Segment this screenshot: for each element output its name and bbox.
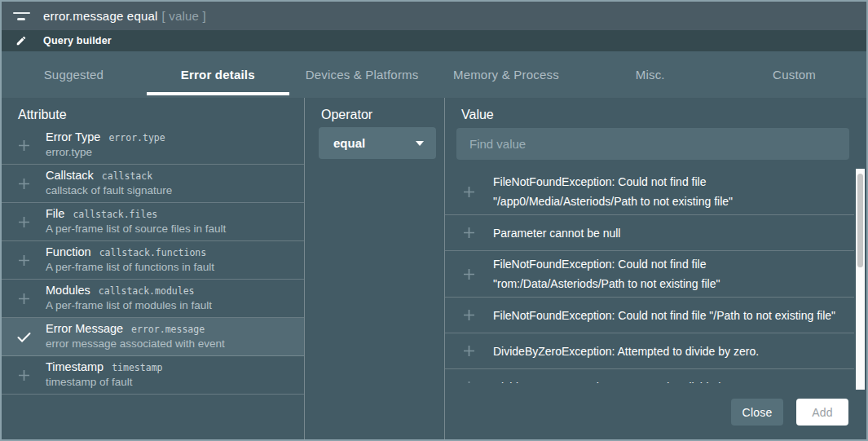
attribute-row-body: Callstackcallstackcallstack of fault sig… [46,165,172,202]
attribute-code: callstack.files [73,209,157,220]
value-line: FileNotFoundException: Could not find fi… [493,306,835,325]
tab-label: Devices & Platforms [306,68,419,82]
tab-label: Memory & Process [453,68,559,82]
tab-label: Error details [181,68,255,82]
value-panel: Value FileNotFoundException: Could not f… [445,98,866,439]
value-text: FileNotFoundException: Could not find fi… [493,251,733,297]
value-text: FileNotFoundException: Could not find fi… [493,302,848,329]
attribute-row-body: Modulescallstack.modulesA per-frame list… [46,280,212,317]
operator-panel-header: Operator [305,98,444,126]
plus-icon [2,241,46,279]
attribute-description: error.type [46,146,165,158]
attribute-row[interactable]: Timestamptimestamptimestamp of fault [2,356,304,395]
attribute-description: A per-frame list of functions in fault [46,261,214,273]
value-line: FileNotFoundException: Could not find fi… [493,172,733,192]
attribute-row-body: Error Typeerror.typeerror.type [46,126,165,164]
value-panel-header: Value [445,98,866,126]
check-icon [2,318,46,355]
attribute-description: error message associated with event [46,337,225,350]
attribute-title: File [46,207,64,220]
value-line: "/app0/Media/Asteriods/Path to not exist… [493,192,733,211]
attribute-row-line1: Functioncallstack.functions [46,245,214,258]
attribute-code: callstack [102,170,152,182]
attribute-row-line1: Filecallstack.files [46,207,226,220]
value-row[interactable]: FileNotFoundException: Could not find fi… [445,169,854,215]
attribute-code: timestamp [112,362,162,373]
attribute-description: callstack of fault signature [46,184,172,196]
active-tab-underline [147,92,289,95]
query-builder-dialog: error.message equal[ value ] Query build… [0,0,868,441]
attribute-row[interactable]: Modulescallstack.modulesA per-frame list… [2,280,304,318]
tab-memory-process[interactable]: Memory & Process [434,51,578,98]
filter-summary-bar: error.message equal[ value ] [2,2,866,30]
plus-icon [445,379,493,383]
value-line: DivideByZeroException: Attempted to divi… [493,377,756,384]
attribute-row[interactable]: Filecallstack.filesA per-frame list of s… [2,203,304,241]
attribute-row-line1: Timestamptimestamp [46,360,162,373]
value-row[interactable]: DivideByZeroException: Attempted to divi… [445,369,854,383]
filter-value-token: [ value ] [162,9,206,23]
value-row[interactable]: FileNotFoundException: Could not find fi… [445,251,854,298]
attribute-row[interactable]: Functioncallstack.functionsA per-frame l… [2,241,304,280]
attribute-row-body: Functioncallstack.functionsA per-frame l… [46,241,214,279]
dialog-content: Attribute Error Typeerror.typeerror.type… [2,98,866,439]
attribute-row[interactable]: Error Typeerror.typeerror.type [2,126,304,165]
plus-icon [2,356,46,394]
close-button[interactable]: Close [731,399,783,426]
attribute-panel: Attribute Error Typeerror.typeerror.type… [2,98,305,439]
plus-icon [2,280,46,317]
filter-query-text: error.message equal [43,9,158,23]
attribute-row-line1: Error Messageerror.message [46,322,225,335]
find-value-input[interactable] [456,128,849,160]
plus-icon [445,267,493,282]
value-row[interactable]: Parameter cannot be null [445,215,854,251]
filter-icon [11,12,31,20]
add-button[interactable]: Add [796,399,848,426]
value-line: DivideByZeroException: Attempted to divi… [493,342,759,361]
tab-devices-platforms[interactable]: Devices & Platforms [290,51,434,98]
attribute-description: A per-frame list of modules in fault [46,299,212,311]
value-row[interactable]: FileNotFoundException: Could not find fi… [445,298,854,333]
filter-summary-text: error.message equal[ value ] [43,9,206,23]
tab-misc[interactable]: Misc. [578,51,722,98]
value-line: Parameter cannot be null [493,223,620,243]
attribute-title: Modules [46,284,90,297]
value-text: FileNotFoundException: Could not find fi… [493,169,746,214]
tab-suggested[interactable]: Suggested [2,51,146,98]
edit-pencil-icon [11,35,31,46]
attribute-title: Callstack [46,169,94,182]
value-text: Parameter cannot be null [493,220,633,246]
attribute-code: callstack.modules [99,285,195,297]
plus-icon [2,165,46,202]
tab-bar: SuggestedError detailsDevices & Platform… [2,51,866,98]
attribute-title: Error Message [46,322,123,335]
query-builder-header: Query builder [2,30,866,51]
value-row[interactable]: DivideByZeroException: Attempted to divi… [445,333,854,369]
plus-icon [2,203,46,240]
operator-dropdown[interactable]: equal [319,127,436,159]
attribute-code: callstack.functions [99,247,207,258]
attribute-title: Timestamp [46,360,104,373]
attribute-row-body: Error Messageerror.messageerror message … [46,318,225,355]
plus-icon [2,126,46,164]
attribute-title: Error Type [46,130,100,143]
tab-label: Misc. [636,68,665,82]
value-line: FileNotFoundException: Could not find fi… [493,254,720,274]
value-list-scrollbar[interactable] [856,169,865,390]
plus-icon [445,184,493,200]
attribute-code: error.message [131,324,205,335]
attribute-row[interactable]: Error Messageerror.messageerror message … [2,318,304,356]
chevron-down-icon [416,141,424,146]
attribute-row-body: Filecallstack.filesA per-frame list of s… [46,203,226,240]
tab-error-details[interactable]: Error details [146,51,290,98]
scrollbar-thumb[interactable] [857,174,863,267]
attribute-row-line1: Error Typeerror.type [46,130,165,143]
tab-label: Custom [773,68,816,82]
value-text: DivideByZeroException: Attempted to divi… [493,338,772,364]
attribute-description: A per-frame list of source files in faul… [46,223,226,235]
attribute-row[interactable]: Callstackcallstackcallstack of fault sig… [2,165,304,203]
attribute-description: timestamp of fault [46,376,162,388]
attribute-row-body: Timestamptimestamptimestamp of fault [46,356,162,394]
tab-custom[interactable]: Custom [722,51,866,98]
query-builder-title: Query builder [43,35,112,46]
